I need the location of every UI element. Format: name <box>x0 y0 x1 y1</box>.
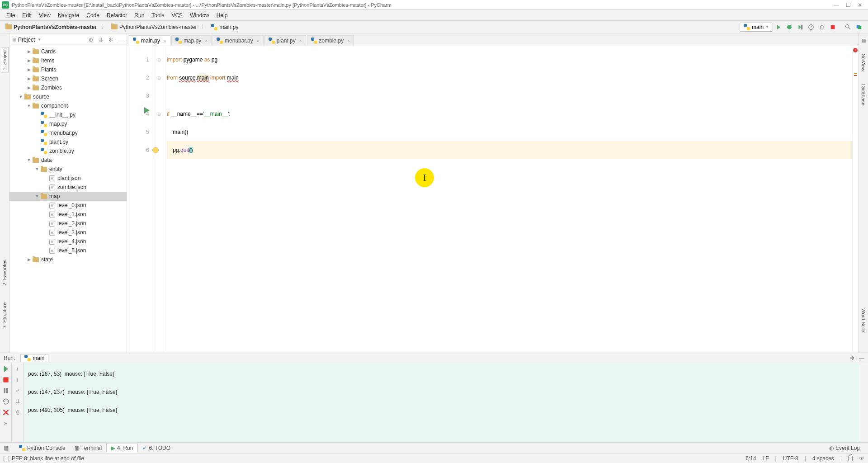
tree-item[interactable]: {}zombie.json <box>9 183 127 192</box>
search-everywhere-button[interactable] <box>843 22 853 32</box>
tree-arrow-icon[interactable] <box>18 94 24 99</box>
editor-tab[interactable]: plant.py× <box>264 35 306 46</box>
menu-edit[interactable]: Edit <box>19 12 35 19</box>
tree-arrow-icon[interactable] <box>26 85 32 90</box>
tree-item[interactable]: Zombies <box>9 83 127 92</box>
file-encoding[interactable]: UTF-8 <box>783 455 798 462</box>
profile-button[interactable] <box>806 22 816 32</box>
menu-file[interactable]: File <box>3 12 19 19</box>
error-indicator-icon[interactable] <box>854 75 857 76</box>
tree-item[interactable]: Cards <box>9 47 127 56</box>
tree-arrow-icon[interactable] <box>26 76 32 81</box>
print-button[interactable]: ⎙ <box>14 408 22 416</box>
scroll-end-button[interactable]: ⇊ <box>14 397 22 406</box>
console-output[interactable]: pos: (167, 53) mouse: [True, False] pos:… <box>24 363 860 442</box>
indent-setting[interactable]: 4 spaces <box>812 455 834 462</box>
console-scrollbar[interactable] <box>860 363 868 442</box>
menu-view[interactable]: View <box>35 12 54 19</box>
breadcrumb-folder[interactable]: PythonPlantsVsZombies-master <box>109 23 198 31</box>
breadcrumb-file[interactable]: main.py <box>209 23 240 31</box>
tree-item[interactable]: {}level_4.json <box>9 237 127 246</box>
readonly-lock-icon[interactable] <box>848 456 853 461</box>
tree-item[interactable]: __init__.py <box>9 110 127 119</box>
tab-sciview[interactable]: SciView <box>860 52 867 73</box>
tree-arrow-icon[interactable] <box>26 158 32 162</box>
editor-tab[interactable]: main.py× <box>129 35 170 46</box>
error-stripe[interactable]: ! <box>852 46 859 353</box>
tree-item[interactable]: {}level_0.json <box>9 201 127 210</box>
menu-vcs[interactable]: VCS <box>168 12 186 19</box>
settings-icon[interactable]: ✻ <box>108 37 114 43</box>
maximize-button[interactable]: ☐ <box>845 2 851 8</box>
intention-bulb-icon[interactable] <box>152 147 159 153</box>
tree-item[interactable]: entity <box>9 165 127 174</box>
tab-favorites[interactable]: 2: Favorites <box>1 258 8 287</box>
tree-item[interactable]: source <box>9 92 127 101</box>
menu-help[interactable]: Help <box>213 12 231 19</box>
fold-handle-icon[interactable]: ⊖ <box>154 51 164 69</box>
tree-arrow-icon[interactable] <box>26 58 32 63</box>
tool-windows-icon[interactable]: ▦ <box>862 38 866 43</box>
tree-arrow-icon[interactable] <box>26 104 32 108</box>
coverage-button[interactable] <box>795 22 805 32</box>
cursor-position[interactable]: 6:14 <box>745 455 756 462</box>
settings-icon[interactable]: ✻ <box>850 355 854 361</box>
project-tree[interactable]: CardsItemsPlantsScreenZombiessourcecompo… <box>9 46 127 353</box>
breadcrumb-root[interactable]: PythonPlantsVsZombies-master <box>4 23 99 31</box>
menu-tools[interactable]: Tools <box>148 12 168 19</box>
menu-code[interactable]: Code <box>83 12 103 19</box>
chevron-down-icon[interactable]: ▼ <box>38 38 41 42</box>
inspection-eye-icon[interactable]: 👁 <box>859 455 864 462</box>
tree-item[interactable]: map <box>9 192 127 201</box>
tree-item[interactable]: Items <box>9 56 127 65</box>
up-button[interactable]: ↑ <box>14 365 22 373</box>
tab-todo[interactable]: ✓6: TODO <box>138 444 175 452</box>
soft-wrap-button[interactable]: ⤶ <box>14 387 22 395</box>
tree-item[interactable]: data <box>9 156 127 165</box>
tool-windows-icon[interactable]: ▦ <box>4 445 10 451</box>
tab-wordbook[interactable]: Word Book <box>860 307 867 335</box>
restart-button[interactable] <box>2 397 10 406</box>
pause-button[interactable] <box>2 387 10 395</box>
tab-terminal[interactable]: ▣Terminal <box>70 444 106 452</box>
debug-button[interactable] <box>784 22 794 32</box>
tree-item[interactable]: menubar.py <box>9 128 127 137</box>
tree-item[interactable]: component <box>9 101 127 110</box>
tree-item[interactable]: Plants <box>9 65 127 74</box>
rerun-button[interactable] <box>2 365 10 373</box>
editor-tab[interactable]: zombie.py× <box>307 35 354 46</box>
fold-handle-icon[interactable]: ⊖ <box>154 69 164 87</box>
collapse-all-icon[interactable]: ⇊ <box>98 37 104 43</box>
tree-arrow-icon[interactable] <box>26 67 32 72</box>
close-tab-icon[interactable]: × <box>205 38 208 43</box>
close-tab-icon[interactable]: × <box>299 38 302 43</box>
menu-run[interactable]: Run <box>131 12 148 19</box>
close-button[interactable]: ✕ <box>857 2 863 8</box>
tab-event-log[interactable]: ◐Event Log <box>825 444 864 452</box>
tree-item[interactable]: {}plant.json <box>9 174 127 183</box>
editor-tab[interactable]: menubar.py× <box>212 35 264 46</box>
close-button[interactable] <box>2 408 10 416</box>
tree-item[interactable]: zombie.py <box>9 146 127 156</box>
tree-item[interactable]: {}level_2.json <box>9 219 127 228</box>
tree-item[interactable]: {}level_3.json <box>9 228 127 237</box>
tree-item[interactable]: plant.py <box>9 137 127 146</box>
scroll-from-source-icon[interactable]: ⊕ <box>88 37 94 43</box>
run-tab-main[interactable]: main <box>20 354 48 362</box>
tree-arrow-icon[interactable] <box>34 167 40 171</box>
hide-icon[interactable]: — <box>118 37 124 43</box>
menu-refactor[interactable]: Refactor <box>103 12 131 19</box>
tree-item[interactable]: state <box>9 255 127 264</box>
minimize-button[interactable]: — <box>834 2 839 8</box>
run-gutter-icon[interactable] <box>144 107 150 113</box>
editor-tab[interactable]: map.py× <box>171 35 212 46</box>
tree-arrow-icon[interactable] <box>26 49 32 54</box>
tab-run[interactable]: ▶4: Run <box>106 444 138 453</box>
code-viewport[interactable]: import pygame as pg from source.main imp… <box>164 46 859 353</box>
attach-button[interactable] <box>817 22 827 32</box>
run-config-selector[interactable]: main ▼ <box>740 23 773 32</box>
more-icon[interactable]: » <box>2 419 10 427</box>
tree-item[interactable]: map.py <box>9 119 127 128</box>
down-button[interactable]: ↓ <box>14 376 22 384</box>
tree-item[interactable]: {}level_5.json <box>9 246 127 255</box>
